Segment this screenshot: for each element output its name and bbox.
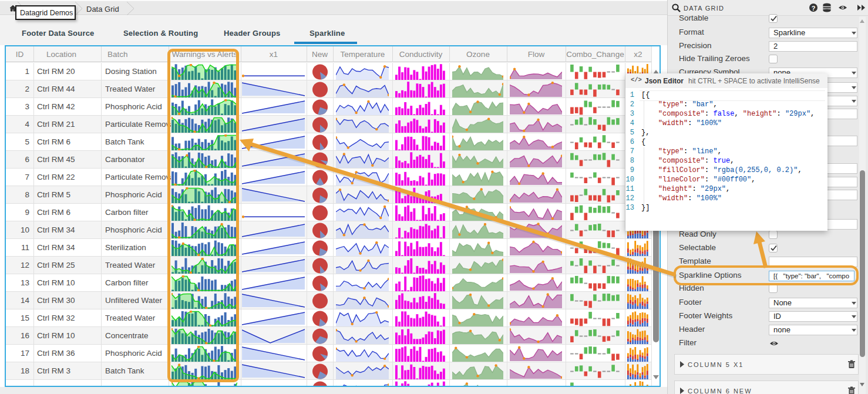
svg-text:?: ? [812,5,816,12]
